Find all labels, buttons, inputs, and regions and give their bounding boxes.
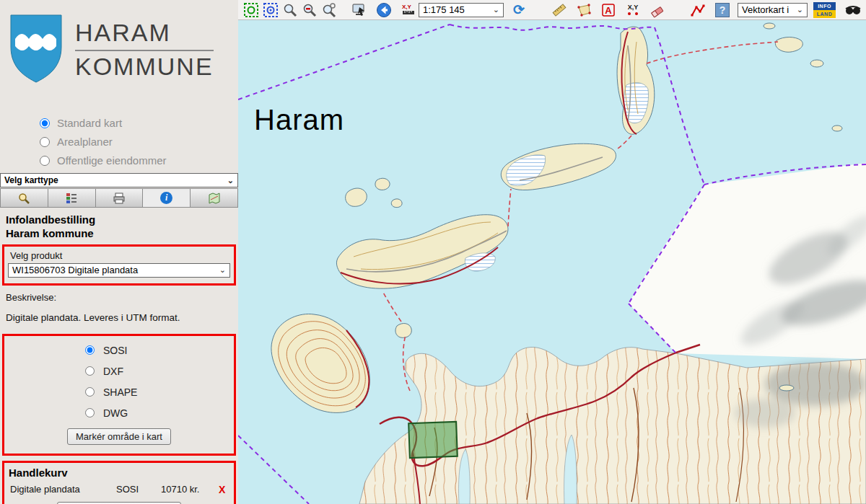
cart-item-format: SOSI [116,484,161,495]
delete-drawing-button[interactable] [648,1,667,19]
tab-print[interactable] [96,188,144,208]
cart-box: Handlekurv Digitale plandata SOSI 10710 … [2,461,236,504]
sidebar-tabbar: i [0,188,238,208]
chevron-down-icon: ⌄ [219,265,226,275]
zoom-previous-icon [321,2,337,18]
measure-xy-icon: X,Y [401,2,416,18]
radio-dxf[interactable]: DXF [85,366,234,377]
map-type-radio-group: Standard kart Arealplaner Offentlige eie… [40,117,238,167]
zoom-out-icon [302,2,318,18]
velg-produkt-label: Velg produkt [10,250,230,261]
sidebar: HARAM KOMMUNE Standard kart Arealplaner … [0,0,238,504]
cart-item-remove-button[interactable]: X [219,484,225,495]
municipality-map-label: Haram [254,104,344,136]
svg-text:X,Y: X,Y [402,4,412,10]
radio-dxf-label: DXF [103,366,123,377]
radio-dwg-label: DWG [103,407,128,419]
radio-sosi-input[interactable] [85,345,95,355]
coat-of-arms-shield-icon [7,13,65,85]
svg-text:X,Y: X,Y [628,4,639,11]
draw-line-button[interactable] [688,1,707,19]
scale-select-value: 1:175 145 [423,4,465,15]
format-radio-group: SOSI DXF SHAPE DWG [85,345,234,419]
checkout-button[interactable]: Fullfør bestilling i Infoland [57,502,180,504]
radio-dwg[interactable]: DWG [85,407,234,419]
radio-arealplaner-label: Arealplaner [57,136,113,148]
tab-info[interactable]: i [143,188,191,208]
info-icon: i [160,192,172,204]
product-select[interactable]: WI15806703 Digitale plandata ⌄ [8,263,230,278]
zoom-full-extent-icon [243,2,259,18]
measure-area-button[interactable] [574,1,593,19]
infoland-logo[interactable]: INFO LAND [813,2,836,18]
product-select-value: WI15806703 Digitale plandata [12,265,138,275]
zoom-full-extent-button[interactable] [242,1,261,19]
scale-select[interactable]: 1:175 145 ⌄ [419,3,504,17]
format-selection-box: SOSI DXF SHAPE DWG Markér område i kart [2,334,236,456]
identify-icon [351,2,367,18]
measure-area-icon [576,2,592,18]
annotation-button[interactable]: A [599,1,618,19]
radio-offentlige-eiendommer-input[interactable] [40,156,50,166]
tab-map[interactable] [191,188,238,208]
marked-area-rectangle[interactable] [408,422,458,458]
measure-xy-button[interactable]: X,Y [399,1,418,19]
coordinates-button[interactable]: X,Y [624,1,642,19]
logo-line2: KOMMUNE [75,51,214,81]
zoom-in-icon [282,2,298,18]
radio-shape-input[interactable] [85,387,95,397]
identify-button[interactable] [350,1,369,19]
radio-offentlige-eiendommer[interactable]: Offentlige eiendommer [40,154,238,167]
radio-standard-kart[interactable]: Standard kart [40,117,238,129]
radio-offentlige-eiendommer-label: Offentlige eiendommer [57,154,166,167]
logo-text: HARAM KOMMUNE [75,13,214,81]
radio-sosi-label: SOSI [103,345,127,356]
zoom-window-button[interactable] [261,1,280,19]
annotation-a-icon: A [600,2,616,18]
radio-arealplaner[interactable]: Arealplaner [40,136,238,148]
radio-shape-label: SHAPE [103,386,137,398]
infoland-logo-bottom: LAND [813,10,836,18]
back-button[interactable] [375,1,393,19]
svg-text:A: A [605,5,612,16]
radio-dxf-input[interactable] [85,366,95,376]
help-button[interactable]: ? [713,1,732,19]
chevron-down-icon: ⌄ [493,5,499,14]
search-icon [17,192,30,205]
karttype-select-value: Velg karttype [4,175,58,185]
radio-sosi[interactable]: SOSI [85,345,234,356]
draw-line-icon [690,2,706,18]
zoom-in-button[interactable] [281,1,299,19]
cart-item-row: Digitale plandata SOSI 10710 kr. X [4,484,234,495]
order-title-line2: Haram kommune [6,227,238,241]
layer-select-value: Vektorkart i [742,4,789,15]
radio-standard-kart-input[interactable] [40,118,50,128]
karttype-select[interactable]: Velg karttype ⌄ [0,173,238,187]
zoom-previous-button[interactable] [320,1,338,19]
chevron-down-icon: ⌄ [227,176,234,185]
back-arrow-icon [376,2,392,18]
zoom-out-button[interactable] [300,1,319,19]
beskrivelse-label: Beskrivelse: [6,292,238,303]
map-icon [208,192,221,205]
radio-dwg-input[interactable] [85,408,95,417]
tab-layers[interactable] [48,188,96,208]
radio-arealplaner-input[interactable] [40,137,50,147]
legend-icon [65,192,78,205]
info-icon-glyph: i [165,193,167,203]
order-panel-title: Infolandbestilling Haram kommune [6,213,238,241]
help-icon: ? [715,3,730,17]
map-toolbar: X,Y 1:175 145 ⌄ ⟳ [238,0,866,20]
printer-icon [113,192,126,205]
map-canvas[interactable]: Haram [238,20,866,504]
measure-distance-button[interactable] [550,1,569,19]
mark-area-button[interactable]: Markér område i kart [67,428,171,445]
radio-shape[interactable]: SHAPE [85,386,234,398]
order-title-line1: Infolandbestilling [6,213,238,227]
map-drawing [238,20,866,504]
refresh-button[interactable]: ⟳ [509,1,528,19]
tab-search[interactable] [0,188,48,208]
radio-standard-kart-label: Standard kart [57,117,122,129]
layer-select[interactable]: Vektorkart i ⌄ [738,3,808,17]
view-3d-button[interactable] [844,1,862,19]
